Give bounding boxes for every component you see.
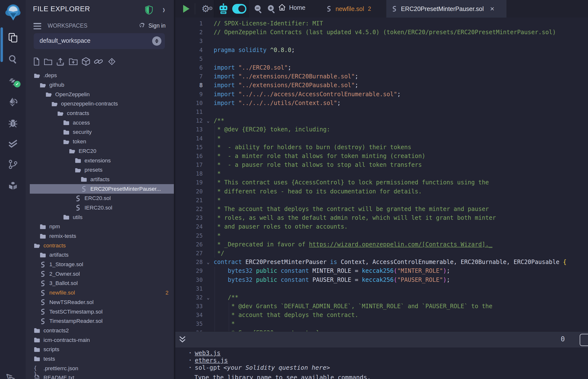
tree-item-timestampreader-sol[interactable]: TimestampReader.sol <box>26 316 174 326</box>
line-number: 22 <box>175 206 203 212</box>
new-file-icon[interactable] <box>31 57 41 66</box>
sol-file-icon <box>40 280 46 287</box>
tree-item-erc20-sol[interactable]: ERC20.sol <box>26 194 174 203</box>
terminal-link[interactable]: web3.js <box>195 349 220 357</box>
line-number: 11 <box>175 109 203 115</box>
ipfs-cube-icon[interactable] <box>81 57 91 66</box>
tree-item--deps[interactable]: .deps <box>26 71 174 80</box>
tab-newfile-sol[interactable]: newfile.sol2 <box>322 0 382 17</box>
tree-item-2-owner-sol[interactable]: 2_Owner.sol <box>26 269 174 279</box>
tree-item-openzeppelin-contracts[interactable]: openzeppelin-contracts <box>26 99 174 109</box>
tree-item-security[interactable]: security <box>26 127 174 137</box>
tree-item-newtsreader-sol[interactable]: NewTSReader.sol <box>26 298 174 307</box>
line-number: 3 <box>175 38 203 44</box>
tree-item-1-storage-sol[interactable]: 1_Storage.sol <box>26 260 174 269</box>
json-file-icon: { } <box>34 365 40 372</box>
fold-chevron-icon[interactable]: ⌄ <box>203 295 214 300</box>
link-icon[interactable] <box>93 57 103 66</box>
code-line-10: 10import "../../../utils/Context.sol"; <box>175 99 588 108</box>
folder-icon <box>69 148 76 154</box>
tree-item-label: security <box>73 129 92 135</box>
fold-chevron-icon[interactable]: ⌄ <box>203 118 214 123</box>
terminal-link[interactable]: ethers.js <box>195 357 228 364</box>
zoom-out-icon[interactable] <box>253 3 264 14</box>
terminal-search-box[interactable] <box>580 334 588 346</box>
ai-robot-icon[interactable] <box>217 3 229 15</box>
upload-folder-icon[interactable] <box>68 57 78 66</box>
line-number: 27 <box>175 250 203 256</box>
collapse-corner-icon[interactable]: ≪ <box>2 369 15 379</box>
tab-label: ERC20PresetMinterPauser.sol <box>401 5 484 13</box>
folder-icon <box>63 214 70 221</box>
tree-item-erc20[interactable]: ERC20 <box>26 146 174 156</box>
new-folder-icon[interactable] <box>43 57 53 66</box>
tree-item-contracts[interactable]: contracts <box>26 241 174 250</box>
line-number: 7 <box>175 73 203 79</box>
activity-item-git-icon[interactable] <box>7 158 19 170</box>
fold-chevron-icon[interactable]: ⌄ <box>203 259 214 265</box>
tree-item-presets[interactable]: presets <box>26 165 174 175</box>
tree-item-readme-txt[interactable]: README.txt <box>26 373 174 379</box>
tree-item-npm[interactable]: npm <box>26 222 174 232</box>
tree-item-label: scripts <box>44 346 59 353</box>
tree-item-token[interactable]: token <box>26 137 174 146</box>
workspace-select[interactable]: default_workspace <box>34 33 165 49</box>
terminal-command: sol-gpt <box>195 364 220 371</box>
tree-item-icm-contracts-main[interactable]: icm-contracts-main <box>26 335 174 345</box>
activity-item-deploy-run-icon[interactable] <box>7 96 19 108</box>
terminal-expand-icon[interactable] <box>179 334 187 345</box>
run-script-button[interactable] <box>183 5 189 13</box>
tree-item-tests[interactable]: tests <box>26 354 174 364</box>
tree-item--prettierrc-json[interactable]: { }.prettierrc.json <box>26 363 174 373</box>
tree-item-label: openzeppelin-contracts <box>61 101 118 107</box>
line-number: 23 <box>175 215 203 221</box>
tree-item-utils[interactable]: utils <box>26 212 174 222</box>
tree-item-remix-tests[interactable]: remix-tests <box>26 232 174 241</box>
remix-logo-icon[interactable] <box>3 2 22 21</box>
workspaces-menu-icon[interactable] <box>33 23 41 29</box>
home-tab[interactable]: Home <box>278 3 306 12</box>
terminal-header: 0 <box>175 332 588 348</box>
activity-item-debugger-icon[interactable] <box>7 117 19 129</box>
tree-item-scripts[interactable]: scripts <box>26 345 174 354</box>
tree-item-extensions[interactable]: extensions <box>26 156 174 165</box>
git-tag-icon[interactable] <box>107 57 117 66</box>
tree-item-ierc20-sol[interactable]: IERC20.sol <box>26 203 174 213</box>
line-number: 19 <box>175 179 203 186</box>
command-arg-hint: <your Solidity question here> <box>223 364 330 371</box>
tree-item-artifacts[interactable]: artifacts <box>26 250 174 260</box>
code-line-1: 1// SPDX-License-Identifier: MIT <box>175 19 588 28</box>
tree-item-access[interactable]: access <box>26 118 174 127</box>
script-config-gears-icon[interactable]: ⚙⚙ <box>199 2 212 15</box>
tree-item-3-ballot-sol[interactable]: 3_Ballot.sol <box>26 279 174 288</box>
line-number: 36 <box>175 330 203 332</box>
chevron-right-icon[interactable]: › <box>163 4 165 16</box>
sol-file-icon <box>75 195 81 202</box>
code-line-17: 17 * - a pauser role that allows to stop… <box>175 160 588 169</box>
upload-file-icon[interactable] <box>55 57 65 66</box>
tree-item-label: .prettierrc.json <box>44 365 78 372</box>
tree-item-label: presets <box>84 167 103 173</box>
tree-item-contracts[interactable]: contracts <box>26 109 174 118</box>
tree-item-label: OpenZeppelin <box>55 91 90 98</box>
line-number: 12 <box>175 117 203 124</box>
tree-item-artifacts[interactable]: artifacts <box>26 175 174 184</box>
sol-file-icon <box>40 261 46 268</box>
activity-item-unit-testing-icon[interactable] <box>7 138 19 150</box>
sign-in-button[interactable]: Sign in <box>139 22 166 29</box>
tree-item-erc20presetminterpauser-[interactable]: ERC20PresetMinterPauser... <box>26 184 174 194</box>
activity-item-search-icon[interactable] <box>7 53 19 65</box>
tab-erc20presetminterpauser-sol[interactable]: ERC20PresetMinterPauser.sol× <box>386 0 506 17</box>
tree-item-openzeppelin[interactable]: OpenZeppelin <box>26 90 174 99</box>
tree-item-contracts2[interactable]: contracts2 <box>26 326 174 335</box>
tree-item-newfile-sol[interactable]: newfile.sol2 <box>26 288 174 298</box>
ai-copilot-toggle[interactable] <box>232 4 246 14</box>
activity-item-plugin-manager-icon[interactable] <box>7 180 19 191</box>
shield-icon[interactable] <box>145 5 153 15</box>
tree-item-github[interactable]: github <box>26 80 174 90</box>
close-tab-icon[interactable]: × <box>490 5 495 13</box>
activity-item-file-explorer-icon[interactable] <box>7 32 19 44</box>
tree-item-testsctimestamp-sol[interactable]: TestSCTimestamp.sol <box>26 307 174 316</box>
tree-item-label: 1_Storage.sol <box>49 261 83 268</box>
zoom-in-icon[interactable] <box>266 3 277 14</box>
